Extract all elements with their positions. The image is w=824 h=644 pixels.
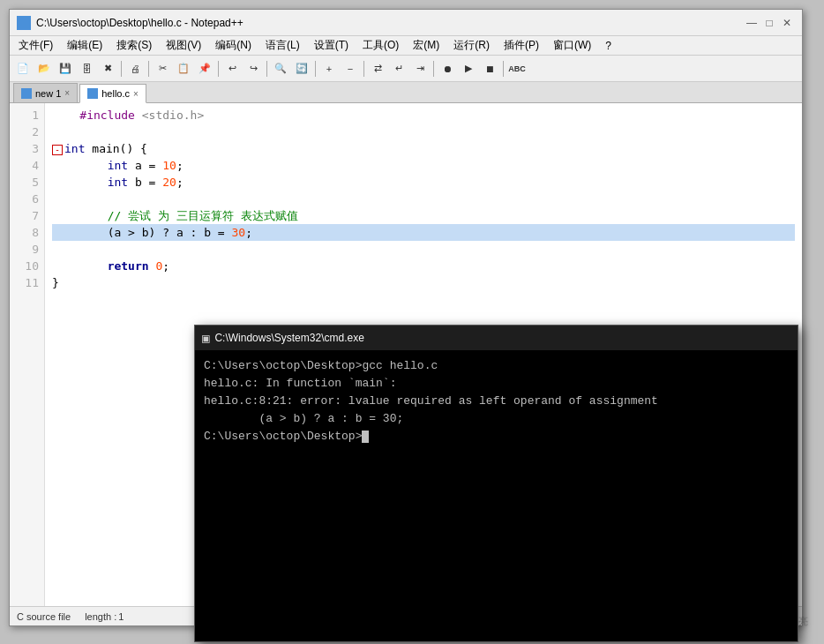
print-button[interactable]: 🖨	[125, 59, 145, 79]
toolbar-separator-2	[148, 61, 149, 77]
file-type-status: C source file	[17, 611, 71, 622]
new-button[interactable]: 📄	[13, 59, 33, 79]
macro-record-button[interactable]: ⏺	[438, 59, 457, 79]
tab-new1-close[interactable]: ×	[64, 88, 70, 98]
code-line-9	[52, 241, 795, 258]
menu-language[interactable]: 语言(L)	[260, 36, 305, 55]
helloc-icon	[87, 88, 98, 99]
wrap-button[interactable]: ↵	[389, 59, 408, 79]
zoom-out-button[interactable]: −	[341, 59, 360, 79]
indent-button[interactable]: ⇥	[410, 59, 430, 79]
cmd-line-4: (a > b) ? a : b = 30;	[204, 410, 789, 428]
line-numbers: 1 2 3 4 5 6 7 8 9 10 11	[10, 103, 45, 606]
file-type-label: C source file	[17, 611, 71, 622]
notepad-icon	[17, 16, 31, 30]
menu-view[interactable]: 视图(V)	[161, 36, 206, 55]
window-title: C:\Users\octop\Desktop\hello.c - Notepad…	[36, 17, 744, 29]
cmd-line-2: hello.c: In function `main`:	[204, 375, 789, 393]
cmd-icon: ▣	[202, 331, 209, 346]
collapse-btn-3[interactable]: -	[52, 145, 63, 155]
toolbar: 📄 📂 💾 🗄 ✖ 🖨 ✂ 📋 📌 ↩ ↪ 🔍 🔄 + − ⇄ ↵ ⇥ ⏺ ▶ …	[10, 56, 802, 82]
close-tab-button[interactable]: ✖	[98, 59, 117, 79]
save-all-button[interactable]: 🗄	[77, 59, 96, 79]
tab-new1[interactable]: new 1 ×	[13, 83, 78, 102]
maximize-button[interactable]: □	[761, 15, 777, 31]
cmd-window: ▣ C:\Windows\System32\cmd.exe C:\Users\o…	[194, 325, 798, 642]
macro-play-button[interactable]: ▶	[459, 59, 478, 79]
line-num-2: 2	[10, 124, 39, 140]
menu-tools[interactable]: 工具(O)	[357, 36, 404, 55]
toolbar-separator-1	[121, 61, 122, 77]
menu-edit[interactable]: 编辑(E)	[62, 36, 108, 55]
spell-button[interactable]: ABC	[507, 59, 527, 79]
menu-search[interactable]: 搜索(S)	[111, 36, 157, 55]
toolbar-separator-4	[266, 61, 267, 77]
code-line-6	[52, 191, 795, 207]
line-num-4: 4	[10, 157, 39, 174]
code-line-5: int b = 20;	[52, 174, 795, 191]
code-line-11: }	[52, 274, 795, 291]
menu-help[interactable]: ?	[600, 38, 617, 54]
cmd-line-3: hello.c:8:21: error: lvalue required as …	[204, 393, 789, 410]
paste-button[interactable]: 📌	[195, 59, 214, 79]
undo-button[interactable]: ↩	[222, 59, 242, 79]
line-num-1: 1	[10, 107, 39, 124]
title-bar: C:\Users\octop\Desktop\hello.c - Notepad…	[10, 10, 802, 36]
open-button[interactable]: 📂	[34, 59, 54, 79]
cmd-line-1: C:\Users\octop\Desktop>gcc hello.c	[204, 357, 789, 375]
line-num-7: 7	[10, 207, 39, 224]
code-line-4: int a = 10;	[52, 157, 795, 174]
tab-helloc-label: hello.c	[101, 88, 130, 99]
code-line-3: -int main() {	[52, 140, 795, 157]
macro-stop-button[interactable]: ⏹	[480, 59, 499, 79]
menu-window[interactable]: 窗口(W)	[548, 36, 596, 55]
code-line-1: #include <stdio.h>	[52, 107, 795, 124]
line-num-9: 9	[10, 241, 39, 258]
cut-button[interactable]: ✂	[153, 59, 172, 79]
tab-helloc-close[interactable]: ×	[133, 89, 139, 99]
menu-bar: 文件(F) 编辑(E) 搜索(S) 视图(V) 编码(N) 语言(L) 设置(T…	[10, 36, 802, 56]
toolbar-separator-5	[315, 61, 316, 77]
redo-button[interactable]: ↪	[243, 59, 263, 79]
line-num-6: 6	[10, 191, 39, 207]
zoom-in-button[interactable]: +	[319, 59, 339, 79]
toolbar-separator-8	[503, 61, 504, 77]
code-line-10: return 0;	[52, 258, 795, 274]
cmd-title-bar: ▣ C:\Windows\System32\cmd.exe	[195, 326, 798, 350]
menu-encoding[interactable]: 编码(N)	[210, 36, 257, 55]
line-num-10: 10	[10, 258, 39, 274]
menu-plugins[interactable]: 插件(P)	[498, 36, 544, 55]
menu-settings[interactable]: 设置(T)	[309, 36, 354, 55]
menu-macro[interactable]: 宏(M)	[408, 36, 445, 55]
new1-icon	[21, 88, 32, 99]
length-status: length : 1	[85, 611, 124, 622]
tab-bar: new 1 × hello.c ×	[10, 82, 802, 103]
window-controls: — □ ✕	[744, 15, 795, 31]
toolbar-separator-7	[433, 61, 434, 77]
cmd-title: C:\Windows\System32\cmd.exe	[214, 332, 790, 344]
tab-new1-label: new 1	[35, 88, 61, 99]
close-button[interactable]: ✕	[779, 15, 795, 31]
line-num-3: 3	[10, 140, 39, 157]
replace-button[interactable]: 🔄	[292, 59, 311, 79]
tab-helloc[interactable]: hello.c ×	[79, 84, 146, 103]
line-num-11: 11	[10, 274, 39, 291]
menu-file[interactable]: 文件(F)	[13, 36, 58, 55]
save-button[interactable]: 💾	[56, 59, 75, 79]
length-value: 1	[118, 611, 124, 622]
toolbar-separator-3	[218, 61, 219, 77]
line-num-5: 5	[10, 174, 39, 191]
line-num-8: 8	[10, 224, 39, 241]
cmd-output[interactable]: C:\Users\octop\Desktop>gcc hello.chello.…	[195, 350, 798, 641]
length-label: length :	[85, 611, 116, 622]
menu-run[interactable]: 运行(R)	[448, 36, 495, 55]
code-line-8: (a > b) ? a : b = 30;	[52, 224, 795, 241]
cmd-prompt: C:\Users\octop\Desktop>	[204, 428, 789, 446]
code-line-2	[52, 124, 795, 140]
sync-scroll-button[interactable]: ⇄	[368, 59, 387, 79]
find-button[interactable]: 🔍	[271, 59, 290, 79]
toolbar-separator-6	[363, 61, 364, 77]
minimize-button[interactable]: —	[744, 15, 760, 31]
code-line-7: // 尝试 为 三目运算符 表达式赋值	[52, 207, 795, 224]
copy-button[interactable]: 📋	[174, 59, 193, 79]
